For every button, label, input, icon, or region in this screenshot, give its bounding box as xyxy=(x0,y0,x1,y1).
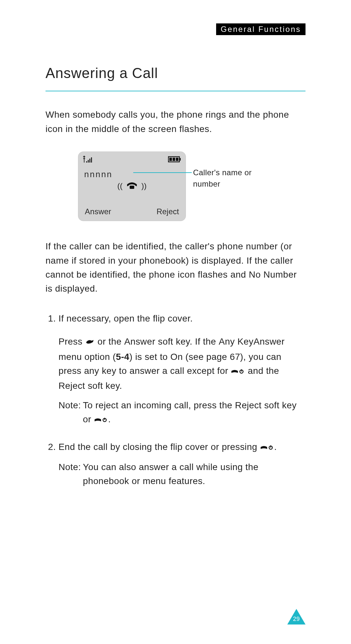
note-label: Note: xyxy=(58,398,81,427)
text: is displayed. xyxy=(46,283,98,294)
intro-paragraph: When somebody calls you, the phone rings… xyxy=(46,108,306,136)
screen-figure: nnnnn (( )) Answer Reject Caller's name … xyxy=(46,151,306,221)
literal-anykeyanswer: Any KeyAnswer xyxy=(219,336,285,347)
step-2-note: Note: You can also answer a call while u… xyxy=(58,460,306,488)
softkey-reject: Reject xyxy=(157,207,179,216)
text: and the xyxy=(245,366,279,376)
send-key-icon xyxy=(85,335,95,349)
text: soft key. xyxy=(85,381,122,391)
svg-rect-0 xyxy=(86,161,87,163)
step-1: If necessary, open the flip cover. Press… xyxy=(58,311,306,427)
svg-rect-9 xyxy=(130,186,134,189)
literal-on: On xyxy=(170,352,183,362)
svg-rect-2 xyxy=(89,159,90,163)
annotation-leader-line xyxy=(133,172,192,173)
section-tag: General Functions xyxy=(216,23,306,35)
page-number-badge: 29 xyxy=(287,609,306,624)
text: To reject an incoming call, press the Re… xyxy=(83,400,297,424)
text: or the xyxy=(95,336,124,347)
literal-no-number: No Number xyxy=(249,269,297,280)
svg-rect-6 xyxy=(169,158,172,161)
svg-rect-7 xyxy=(173,158,175,161)
note-body: To reject an incoming call, press the Re… xyxy=(83,398,306,427)
signal-icon xyxy=(83,155,94,164)
svg-rect-13 xyxy=(104,418,105,420)
svg-rect-8 xyxy=(176,158,178,161)
text: menu option ( xyxy=(58,352,116,362)
text: . xyxy=(108,414,111,424)
annotation-text: Caller's name or number xyxy=(193,167,273,190)
svg-rect-1 xyxy=(88,160,89,163)
menu-ref: 5-4 xyxy=(116,352,129,362)
page-number: 29 xyxy=(287,616,306,623)
text: Press xyxy=(58,336,85,347)
manual-page: General Functions Answering a Call When … xyxy=(0,0,351,644)
phone-screen: nnnnn (( )) Answer Reject xyxy=(78,151,186,221)
status-bar xyxy=(83,155,181,165)
literal-reject: Reject xyxy=(58,381,85,391)
softkey-answer: Answer xyxy=(85,207,111,216)
caller-id-line: nnnnn xyxy=(84,169,181,179)
handset-icon xyxy=(126,182,138,190)
end-key-icon xyxy=(94,413,108,427)
step-1-body: Press or the Answer soft key. If the Any… xyxy=(58,335,306,393)
text: ) is set to xyxy=(129,352,170,362)
note-body: You can also answer a call while using t… xyxy=(83,460,306,488)
identify-paragraph: If the caller can be identified, the cal… xyxy=(46,239,306,296)
wave-left-icon: (( xyxy=(117,181,123,191)
svg-rect-3 xyxy=(91,157,92,163)
end-key-icon xyxy=(231,365,245,379)
svg-rect-5 xyxy=(179,158,181,161)
battery-icon xyxy=(168,156,181,164)
wave-right-icon: )) xyxy=(141,181,147,191)
step-list: If necessary, open the flip cover. Press… xyxy=(46,311,306,488)
step-2-head: End the call by closing the flip cover o… xyxy=(58,442,260,452)
softkey-row: Answer Reject xyxy=(83,207,181,217)
svg-rect-15 xyxy=(270,445,271,448)
svg-rect-11 xyxy=(241,369,242,372)
end-key-icon xyxy=(260,441,274,455)
page-title: Answering a Call xyxy=(46,65,306,81)
literal-answer: Answer xyxy=(124,336,155,347)
note-label: Note: xyxy=(58,460,81,488)
step-1-head: If necessary, open the flip cover. xyxy=(58,313,193,323)
title-rule xyxy=(46,91,306,91)
ringing-phone-icon: (( )) xyxy=(83,181,181,191)
text: . xyxy=(274,442,277,452)
text: soft key. If the xyxy=(155,336,219,347)
step-2: End the call by closing the flip cover o… xyxy=(58,440,306,488)
step-1-note: Note: To reject an incoming call, press … xyxy=(58,398,306,427)
